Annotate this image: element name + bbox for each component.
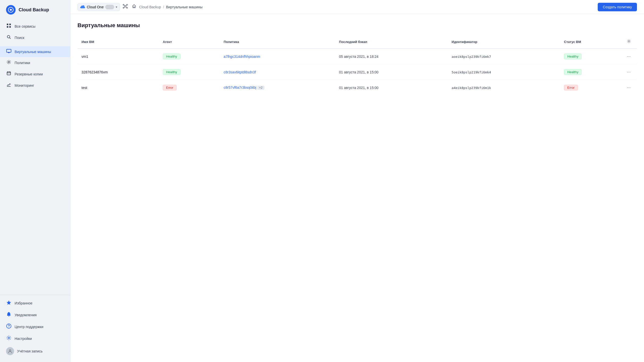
row-actions-cell: ··· xyxy=(621,64,637,80)
connections-icon[interactable] xyxy=(123,4,128,10)
table-row: 32876234876vm Healthy c8r3sav6itptdl8sdn… xyxy=(77,64,637,80)
table-header-row: Имя ВМ Агент Политика Последний бэкап Ид… xyxy=(77,36,637,49)
agent-status-badge: Healthy xyxy=(163,54,180,59)
row-more-button[interactable]: ··· xyxy=(625,68,633,76)
sidebar-item-all-services[interactable]: Все сервисы xyxy=(0,21,70,32)
sidebar-item-support[interactable]: Центр поддержки xyxy=(0,321,70,333)
main-area: Cloud One ▾ xyxy=(70,0,644,362)
svg-point-26 xyxy=(127,7,128,8)
last-backup-cell: 05 августа 2021, в 18:24 xyxy=(335,49,448,64)
sidebar-item-policies[interactable]: Политики xyxy=(0,57,70,68)
table-settings-button[interactable] xyxy=(625,38,633,45)
vm-status-badge: Error xyxy=(564,85,578,90)
sidebar-item-search-label: Поиск xyxy=(15,36,24,40)
sidebar-item-backups-label: Резервные копии xyxy=(15,72,43,76)
row-more-button[interactable]: ··· xyxy=(625,84,633,91)
sidebar-bottom: Избранное Уведомления Центр поддержки xyxy=(0,295,70,362)
sidebar-item-support-label: Центр поддержки xyxy=(15,325,43,329)
sidebar-nav: Виртуальные машины Политики Резервные xyxy=(0,44,70,295)
vm-status-cell: Healthy xyxy=(560,64,621,80)
agent-status-cell: Error xyxy=(159,80,220,96)
sidebar-item-account-label: Учётная запись xyxy=(17,349,43,353)
vm-status-badge: Healthy xyxy=(564,69,582,75)
tenant-pill xyxy=(105,5,114,9)
sidebar-item-monitoring[interactable]: Мониторинг xyxy=(0,80,70,91)
cloud-one-label: Cloud One xyxy=(87,5,104,9)
sidebar-item-search[interactable]: Поиск xyxy=(0,32,70,43)
breadcrumb-current: Виртуальные машины xyxy=(166,5,203,9)
home-icon[interactable] xyxy=(132,4,137,10)
help-icon xyxy=(6,324,12,330)
vm-status-cell: Error xyxy=(560,80,621,96)
vm-name-cell: vm1 xyxy=(77,49,159,64)
policy-cell: a7lhgc314dnfhhpioanm xyxy=(220,49,335,64)
vm-name-cell: test xyxy=(77,80,159,96)
col-last-backup: Последний бэкап xyxy=(335,36,448,49)
cloud-icon xyxy=(80,5,85,9)
vm-status-cell: Healthy xyxy=(560,49,621,64)
svg-point-25 xyxy=(123,7,124,8)
svg-line-29 xyxy=(124,7,125,8)
policy-cell: c8r3sav6itptdl8sdn3f xyxy=(220,64,335,80)
grid-icon xyxy=(6,23,12,29)
vm-icon xyxy=(6,49,12,54)
svg-point-1 xyxy=(10,9,11,10)
svg-rect-5 xyxy=(9,26,11,28)
agent-status-cell: Healthy xyxy=(159,49,220,64)
sidebar-item-favorites[interactable]: Избранное xyxy=(0,297,70,309)
identifier-cell: 5oeik8pslp219kfi6mk4 xyxy=(448,64,560,80)
create-policy-button[interactable]: Создать политику xyxy=(598,3,637,11)
sidebar-item-vms[interactable]: Виртуальные машины xyxy=(0,46,70,57)
row-more-button[interactable]: ··· xyxy=(625,53,633,60)
identifier-cell: a4eik8pslp239kfi6m1k xyxy=(448,80,560,96)
svg-line-30 xyxy=(126,7,127,8)
svg-rect-8 xyxy=(7,49,11,52)
backup-icon xyxy=(6,71,12,77)
svg-line-7 xyxy=(10,38,11,39)
vms-table: Имя ВМ Агент Политика Последний бэкап Ид… xyxy=(77,36,637,95)
star-icon xyxy=(6,300,12,306)
sidebar-item-all-services-label: Все сервисы xyxy=(15,24,35,28)
chart-icon xyxy=(6,82,12,88)
bell-icon xyxy=(6,312,12,318)
sidebar-item-backups[interactable]: Резервные копии xyxy=(0,68,70,80)
svg-line-28 xyxy=(126,5,127,6)
table-row: vm1 Healthy a7lhgc314dnfhhpioanm 05 авгу… xyxy=(77,49,637,64)
col-identifier: Идентификатор xyxy=(448,36,560,49)
breadcrumb-separator: / xyxy=(163,5,164,9)
svg-rect-4 xyxy=(7,26,8,28)
topbar-icons xyxy=(123,4,137,10)
svg-point-11 xyxy=(8,61,10,63)
policy-link[interactable]: a7lhgc314dnfhhpioanm xyxy=(224,55,260,59)
sidebar-item-notifications-label: Уведомления xyxy=(15,313,37,317)
topbar: Cloud One ▾ xyxy=(70,0,644,14)
policy-cell: c8r57vf6a7r3bsq0itbj+2 xyxy=(220,80,335,96)
sidebar: Cloud Backup Все сервисы Поиск xyxy=(0,0,70,362)
vm-name-cell: 32876234876vm xyxy=(77,64,159,80)
sidebar-item-account[interactable]: Учётная запись xyxy=(0,344,70,358)
sidebar-item-favorites-label: Избранное xyxy=(15,301,32,305)
svg-point-6 xyxy=(7,35,10,38)
table-row: test Error c8r57vf6a7r3bsq0itbj+2 01 авг… xyxy=(77,80,637,96)
row-actions-cell: ··· xyxy=(621,49,637,64)
policy-link[interactable]: c8r57vf6a7r3bsq0itbj xyxy=(224,85,256,89)
breadcrumb: Cloud Backup / Виртуальные машины xyxy=(139,5,203,9)
svg-line-27 xyxy=(124,5,125,6)
vm-status-badge: Healthy xyxy=(564,54,582,59)
sidebar-item-notifications[interactable]: Уведомления xyxy=(0,309,70,321)
sidebar-item-settings[interactable]: Настройки xyxy=(0,333,70,344)
policy-extra-badge: +2 xyxy=(257,86,264,90)
sidebar-top-section: Все сервисы Поиск xyxy=(0,20,70,44)
row-actions-cell: ··· xyxy=(621,80,637,96)
policy-link[interactable]: c8r3sav6itptdl8sdn3f xyxy=(224,70,256,74)
agent-status-badge: Error xyxy=(163,85,177,90)
sidebar-logo[interactable]: Cloud Backup xyxy=(0,0,70,20)
sidebar-item-vms-label: Виртуальные машины xyxy=(15,50,51,54)
breadcrumb-service[interactable]: Cloud Backup xyxy=(139,5,161,9)
col-agent: Агент xyxy=(159,36,220,49)
svg-point-21 xyxy=(9,350,11,351)
col-policy: Политика xyxy=(220,36,335,49)
sidebar-item-policies-label: Политики xyxy=(15,61,30,65)
content-area: Виртуальные машины Имя ВМ Агент Политика… xyxy=(70,14,644,362)
cloud-one-selector[interactable]: Cloud One ▾ xyxy=(77,3,120,11)
